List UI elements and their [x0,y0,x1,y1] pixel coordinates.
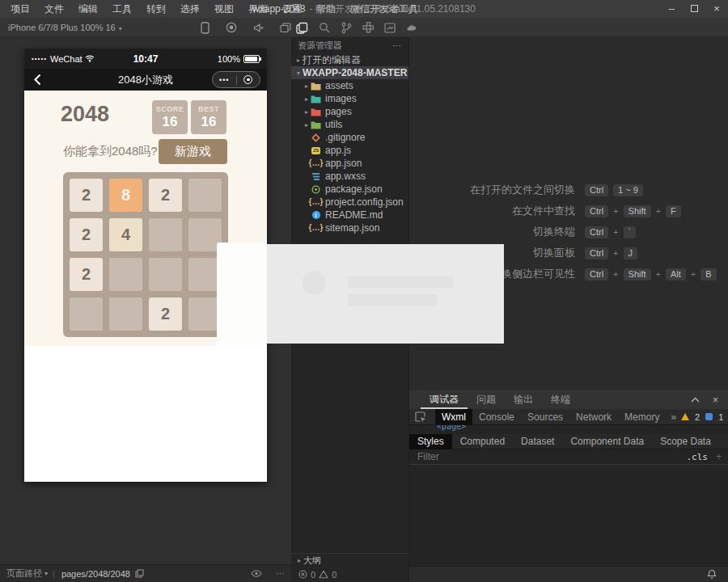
exit-button[interactable] [237,75,260,84]
inspect-element-icon[interactable] [415,411,426,423]
debugger-tab[interactable]: 问题 [468,390,505,409]
tree-item-pages[interactable]: ▸pages [291,105,408,118]
devtools-tab[interactable]: Memory [618,409,666,425]
tree-item-images[interactable]: ▸images [291,92,408,105]
wxss-icon [311,171,321,181]
window-title-suffix: - 微信开发者工具 Stable 1.05.2108130 [309,3,475,15]
style-tab[interactable]: Component Data [562,434,652,449]
more-options-icon[interactable]: ⋯ [276,568,285,579]
explorer-more-icon[interactable]: ⋯ [392,40,402,51]
warning-count[interactable]: 2 [695,412,700,422]
project-root-item[interactable]: ▾ WXAPP-2048-MASTER [291,66,408,79]
wxml-tree-clipped[interactable]: <page> [409,425,728,434]
files-icon[interactable] [296,22,308,34]
key-cap: ` [624,226,637,238]
windows-icon[interactable] [280,23,291,33]
close-button[interactable]: × [705,0,728,18]
key-cap: F [666,205,681,217]
project-root-label: WXAPP-2048-MASTER [303,67,407,78]
rotate-device-icon[interactable] [201,22,210,34]
tile-empty [149,218,182,251]
tile-empty [70,297,103,331]
collapse-panel-icon[interactable] [691,397,700,403]
style-tab[interactable]: Styles [409,434,452,449]
key-cap: J [624,247,638,259]
devtools-tab[interactable]: Sources [521,409,569,425]
shortcut-keys: Ctrl+Shift+Alt+B [585,268,717,280]
open-editors-section[interactable]: ▸ 打开的编辑器 [291,53,408,66]
style-tab[interactable]: Scope Data [652,434,719,449]
menu-item[interactable]: 转到 [139,0,173,18]
bell-icon[interactable] [707,569,717,580]
tree-item-assets[interactable]: ▸assets [291,79,408,92]
cls-toggle[interactable]: .cls [686,452,708,462]
copy-path-icon[interactable] [135,569,144,578]
hand-icon[interactable] [406,23,417,32]
chevron-right-icon: ▸ [303,121,311,129]
menu-item[interactable]: 选择 [173,0,207,18]
plus-separator: + [613,248,618,258]
outline-section[interactable]: ▸ 大纲 [291,553,408,567]
score-value: 16 [163,114,178,130]
tree-item-utils[interactable]: ▸utils [291,118,408,131]
close-panel-icon[interactable]: × [713,394,718,406]
maximize-button[interactable] [683,0,705,18]
style-filter-row: .cls + [409,449,728,465]
menu-item[interactable]: 视图 [207,0,241,18]
chevron-right-icon: ▸ [303,95,311,103]
info-count[interactable]: 1 [718,412,723,422]
menu-item[interactable]: 文件 [37,0,71,18]
record-icon[interactable] [226,22,237,33]
filter-input[interactable] [416,450,686,463]
devtools-tab[interactable]: Network [569,409,618,425]
shortcut-label: 切换终端 [409,225,575,239]
debugger-tab[interactable]: 调试器 [421,390,468,409]
search-icon[interactable] [319,22,330,33]
phone-nav-bar: 2048小游戏 ••• [24,69,267,91]
debugger-tab[interactable]: 输出 [505,390,542,409]
debugger-tab[interactable]: 终端 [542,390,579,409]
tree-item-app-js[interactable]: JSapp.js [291,144,408,157]
tree-item-app-json[interactable]: {…}app.json [291,157,408,170]
tree-item-sitemap-json[interactable]: {…}sitemap.json [291,221,408,234]
tree-item-app-wxss[interactable]: app.wxss [291,170,408,183]
menu-item[interactable]: 编辑 [71,0,105,18]
back-chevron-icon[interactable] [34,74,41,86]
device-selector[interactable]: iPhone 6/7/8 Plus 100% 16▾ [8,18,122,39]
tree-item--gitignore[interactable]: .gitignore [291,131,408,144]
eye-icon[interactable] [251,570,262,577]
activity-bar [296,18,417,37]
problems-summary[interactable]: 0 0 [291,567,408,582]
new-game-button[interactable]: 新游戏 [159,139,227,164]
json-icon: {…} [311,158,321,168]
tile-8: 8 [109,179,142,212]
extensions-icon[interactable] [362,22,374,33]
git-branch-icon[interactable] [341,22,352,34]
style-tab[interactable]: Computed [452,434,513,449]
devtools-tab[interactable]: Wxml [435,409,472,425]
battery-percent: 100% [218,54,240,64]
tree-item-project-config-json[interactable]: {…}project.config.json [291,196,408,209]
tree-item-readme-md[interactable]: iREADME.md [291,209,408,221]
style-tab[interactable]: Dataset [513,434,562,449]
minimize-button[interactable]: – [660,0,683,18]
preview-icon[interactable] [384,23,396,33]
tree-item-label: app.wxss [325,171,366,182]
menu-item[interactable]: 项目 [3,0,37,18]
tabs-overflow-icon[interactable]: » [666,411,681,423]
game-grid[interactable]: 2822422 [63,172,228,337]
page-title: 2048小游戏 [118,73,173,87]
more-button[interactable]: ••• [213,76,236,84]
statusbar-divider: | [53,569,55,579]
folder-icon [311,94,321,103]
tree-item-label: package.json [325,183,383,195]
add-style-icon[interactable]: + [716,451,722,462]
tree-item-label: project.config.json [325,196,404,208]
devtools-tab[interactable]: Console [472,409,521,425]
file-tree: ▸assets▸images▸pages▸utils.gitignoreJSap… [291,79,408,234]
menu-item[interactable]: 工具 [105,0,139,18]
mute-icon[interactable] [253,23,264,33]
page-path-label[interactable]: 页面路径 [6,567,42,580]
plus-separator: + [656,206,661,216]
tree-item-package-json[interactable]: package.json [291,183,408,196]
